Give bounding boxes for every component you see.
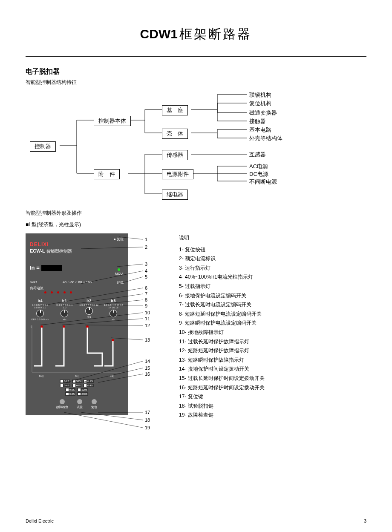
section-2-sub: ■L型(经济型，光柱显示) bbox=[26, 221, 366, 228]
tree-wires bbox=[26, 90, 366, 201]
leaf-ac: AC电源 bbox=[249, 163, 268, 170]
controller-diagram: ● 复位 DELIXI ECW-L 智能型控制器 ln = MCU %lIr1 … bbox=[26, 233, 158, 420]
legend-item: 3- 运行指示灯 bbox=[179, 264, 366, 273]
legend-head: 说明 bbox=[179, 233, 366, 243]
svg-line-9 bbox=[117, 264, 143, 267]
legend-item: 8- 短路短延时保护电流设定编码开关 bbox=[179, 310, 366, 319]
legend-item: 2- 额定电流标识 bbox=[179, 254, 366, 264]
svg-line-11 bbox=[119, 277, 143, 284]
leaf-reset: 复位机构 bbox=[249, 100, 271, 107]
svg-line-16 bbox=[40, 313, 143, 325]
svg-line-25 bbox=[64, 412, 143, 428]
legend-item: 9- 短路瞬时保护电流设定编码开关 bbox=[179, 319, 366, 328]
legend-item: 13- 短路瞬时保护故障指示灯 bbox=[179, 356, 366, 365]
legend-item: 16- 短路短延时保护时间设定拨动开关 bbox=[179, 383, 366, 393]
section-1-caption: 智能型控制器结构特征 bbox=[26, 79, 366, 86]
legend-item: 5- 过载指示灯 bbox=[179, 282, 366, 291]
footer-brand: Delixi Electric bbox=[26, 518, 54, 523]
legend-item: 12- 短路短延时保护故障指示灯 bbox=[179, 346, 366, 356]
tree-relay: 继电器 bbox=[162, 190, 188, 200]
svg-line-8 bbox=[81, 247, 143, 249]
section-2-heading: 智能型控制器外形及操作 bbox=[26, 210, 366, 217]
page-number: 3 bbox=[364, 518, 366, 523]
svg-line-10 bbox=[81, 271, 143, 284]
legend-item: 18- 试验脱扣键 bbox=[179, 402, 366, 411]
svg-line-17 bbox=[62, 319, 143, 325]
svg-line-21 bbox=[81, 368, 143, 382]
tree-accessory: 附 件 bbox=[94, 169, 120, 179]
tree-root: 控制器 bbox=[30, 141, 56, 152]
legend-item: 6- 接地保护电流设定编码开关 bbox=[179, 291, 366, 301]
leaf-transformer: 互感器 bbox=[249, 151, 266, 158]
title-code: CDW1 bbox=[140, 27, 178, 41]
legend-item: 4- 40%~100%Ir1电流光柱指示灯 bbox=[179, 273, 366, 282]
rule bbox=[26, 56, 366, 57]
legend-item: 11- 过载长延时保护故障指示灯 bbox=[179, 337, 366, 347]
leaf-circuit: 基本电路 bbox=[249, 126, 271, 134]
svg-line-24 bbox=[81, 412, 143, 420]
legend-item: 19- 故障检查键 bbox=[179, 411, 366, 420]
legend-item: 14- 接地保护时间设定拨动开关 bbox=[179, 365, 366, 374]
leaf-ups: 不间断电源 bbox=[249, 178, 277, 186]
leaf-casing: 外壳等结构体 bbox=[249, 135, 282, 142]
svg-line-18 bbox=[85, 325, 143, 325]
structure-tree: 控制器 控制器本体 附 件 基 座 壳 体 传感器 电源附件 继电器 联锁机构 … bbox=[26, 90, 366, 201]
svg-line-19 bbox=[111, 338, 143, 340]
leaf-contactor: 接触器 bbox=[249, 118, 266, 125]
leaf-flux: 磁通变换器 bbox=[249, 109, 277, 117]
leaf-dc: DC电源 bbox=[249, 170, 268, 178]
svg-line-22 bbox=[98, 374, 143, 382]
tree-shell: 壳 体 bbox=[162, 129, 188, 139]
legend: 说明 1- 复位按钮 2- 额定电流标识 3- 运行指示灯 4- 40%~100… bbox=[179, 233, 366, 420]
svg-line-12 bbox=[40, 288, 143, 306]
page-title: CDW1 框架断路器 bbox=[26, 26, 366, 43]
legend-item: 1- 复位按钮 bbox=[179, 245, 366, 255]
legend-item: 10- 接地故障指示灯 bbox=[179, 328, 366, 337]
section-1-heading: 电子脱扣器 bbox=[26, 67, 366, 76]
svg-line-7 bbox=[119, 237, 143, 239]
title-text: 框架断路器 bbox=[179, 27, 252, 41]
leaf-interlock: 联锁机构 bbox=[249, 91, 271, 99]
legend-item: 17- 复位键 bbox=[179, 392, 366, 402]
tree-power: 电源附件 bbox=[162, 169, 193, 179]
svg-line-14 bbox=[85, 300, 143, 306]
legend-item: 7- 过载长延时电流设定编码开关 bbox=[179, 300, 366, 310]
svg-line-20 bbox=[66, 361, 143, 382]
tree-base: 基 座 bbox=[162, 105, 188, 115]
leader-lines bbox=[26, 233, 158, 455]
legend-item: 15- 过载长延时保护时间设定拨动开关 bbox=[179, 374, 366, 383]
tree-body: 控制器本体 bbox=[94, 116, 131, 126]
tree-sensor: 传感器 bbox=[162, 150, 188, 160]
